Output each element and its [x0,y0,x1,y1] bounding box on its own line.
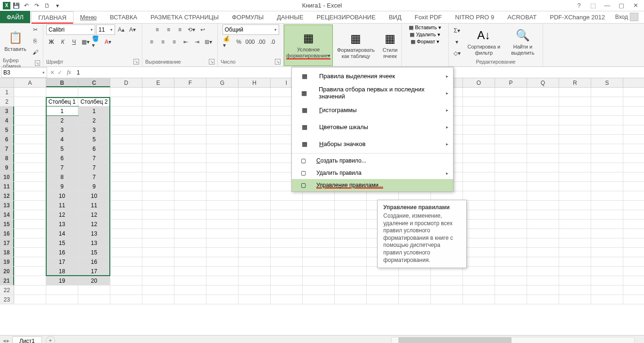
cell-S20[interactable] [591,267,623,276]
cell-G10[interactable] [206,172,239,181]
menu-item-0[interactable]: ▦Правила выделения ячеек▸ [292,67,453,84]
cell-B10[interactable]: 8 [46,172,78,181]
cell-Q10[interactable] [527,172,559,181]
cell-C14[interactable]: 12 [78,210,110,219]
cell-A11[interactable] [14,182,46,191]
underline-button[interactable]: Ч [69,37,79,47]
cell-G6[interactable] [206,135,239,144]
cell-A2[interactable] [14,97,46,106]
cell-G15[interactable] [206,220,239,229]
save-icon[interactable]: 💾 [11,1,21,10]
cell-G22[interactable] [206,286,239,294]
cell-B8[interactable]: 6 [46,154,78,163]
cell-F7[interactable] [174,144,206,153]
close-button[interactable]: ✕ [629,1,642,10]
cell-P7[interactable] [495,144,527,153]
cell-O7[interactable] [463,144,495,153]
cell-R3[interactable] [559,106,591,115]
row-header-22[interactable]: 22 [0,286,14,294]
cell-Q2[interactable] [527,97,559,106]
paste-button[interactable]: 📋 Вставить [2,29,28,53]
cell-O6[interactable] [463,135,495,144]
cell-F11[interactable] [174,182,206,191]
cell-O18[interactable] [463,248,495,257]
cell-S11[interactable] [591,182,623,191]
accounting-button[interactable]: 💰▾ [223,37,233,47]
cell-E1[interactable] [142,88,174,97]
cell-Q11[interactable] [527,182,559,191]
increase-font-icon[interactable]: A▴ [116,24,126,35]
font-color-button[interactable]: A▾ [103,37,113,47]
cell-R11[interactable] [559,182,591,191]
clear-icon[interactable]: ◇▾ [452,48,462,58]
cell-R18[interactable] [559,248,591,257]
cell-H2[interactable] [239,97,271,106]
align-middle-icon[interactable]: ≡ [164,24,174,35]
cell-E14[interactable] [142,210,174,219]
cell-J19[interactable] [303,257,335,266]
cell-D4[interactable] [110,116,142,125]
tab-foxit[interactable]: Foxit PDF [408,11,448,23]
cell-B11[interactable]: 9 [46,182,78,191]
cell-F14[interactable] [174,210,206,219]
cell-C21[interactable]: 20 [78,276,110,285]
cell-F22[interactable] [174,286,206,294]
fill-icon[interactable]: ▾ [452,37,462,47]
cell-R6[interactable] [559,135,591,144]
cell-F13[interactable] [174,201,206,210]
cell-E16[interactable] [142,229,174,238]
autosum-icon[interactable]: Σ▾ [452,25,462,36]
cell-S7[interactable] [591,144,623,153]
cell-A4[interactable] [14,116,46,125]
cell-Q20[interactable] [527,267,559,276]
cell-Q21[interactable] [527,276,559,285]
cell-E20[interactable] [142,267,174,276]
column-header-C[interactable]: C [78,78,110,87]
cell-R7[interactable] [559,144,591,153]
cell-F9[interactable] [174,163,206,172]
cell-O3[interactable] [463,106,495,115]
cell-S22[interactable] [591,286,623,294]
cell-C13[interactable]: 11 [78,201,110,210]
cell-H9[interactable] [239,163,271,172]
row-header-12[interactable]: 12 [0,191,14,200]
cell-P21[interactable] [495,276,527,285]
cell-A14[interactable] [14,210,46,219]
cell-O17[interactable] [463,238,495,247]
cell-O9[interactable] [463,163,495,172]
align-center-icon[interactable]: ≡ [158,37,168,47]
cell-N23[interactable] [431,295,463,304]
cell-P8[interactable] [495,154,527,163]
cell-D3[interactable] [110,106,142,115]
menu-item-6[interactable]: ▢Удалить правила▸ [292,167,453,179]
tab-insert[interactable]: ВСТАВКА [103,11,144,23]
cell-G12[interactable] [206,191,239,200]
cell-S8[interactable] [591,154,623,163]
number-launcher-icon[interactable]: ↘ [275,59,281,65]
cell-H20[interactable] [239,267,271,276]
cell-R2[interactable] [559,97,591,106]
menu-item-3[interactable]: ▦Цветовые шкалы▸ [292,118,453,135]
column-header-E[interactable]: E [142,78,174,87]
cell-C2[interactable]: Столбец 2 [78,97,110,106]
cell-H7[interactable] [239,144,271,153]
minimize-button[interactable]: — [601,1,614,10]
cell-G5[interactable] [206,125,239,134]
cell-D20[interactable] [110,267,142,276]
redo-icon[interactable]: ↷ [32,1,41,10]
cell-C19[interactable]: 16 [78,257,110,266]
cell-A8[interactable] [14,154,46,163]
horizontal-scrollbar[interactable] [391,337,635,343]
cell-P6[interactable] [495,135,527,144]
cell-G18[interactable] [206,248,239,257]
row-header-15[interactable]: 15 [0,220,14,229]
percent-button[interactable]: % [234,37,244,47]
cell-B4[interactable]: 2 [46,116,78,125]
cell-J21[interactable] [303,276,335,285]
font-launcher-icon[interactable]: ↘ [133,59,139,65]
cell-A6[interactable] [14,135,46,144]
cell-A13[interactable] [14,201,46,210]
cell-H14[interactable] [239,210,271,219]
cell-K23[interactable] [335,295,367,304]
select-all-corner[interactable] [0,78,14,87]
